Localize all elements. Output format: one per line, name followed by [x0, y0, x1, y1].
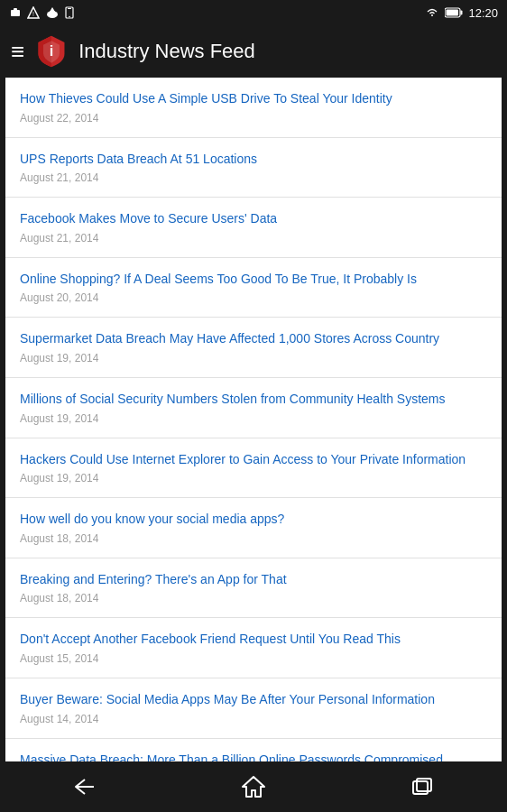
news-item[interactable]: Online Shopping? If A Deal Seems Too Goo… [5, 258, 502, 318]
news-item[interactable]: How well do you know your social media a… [5, 498, 502, 558]
news-item-date: August 15, 2014 [20, 652, 487, 665]
news-item[interactable]: Don't Accept Another Facebook Friend Req… [5, 618, 502, 678]
svg-point-4 [47, 11, 58, 18]
news-item-title: Online Shopping? If A Deal Seems Too Goo… [20, 271, 487, 289]
svg-point-8 [69, 16, 70, 18]
svg-rect-11 [447, 10, 459, 16]
menu-icon[interactable]: ≡ [11, 40, 24, 63]
news-item-title: Don't Accept Another Facebook Friend Req… [20, 631, 487, 649]
back-button[interactable] [58, 769, 112, 805]
news-item-date: August 22, 2014 [20, 112, 487, 125]
warning-icon: ! [27, 6, 40, 19]
news-item-date: August 19, 2014 [20, 352, 487, 364]
news-item-title: Supermarket Data Breach May Have Affecte… [20, 330, 487, 348]
status-bar: ! 12:20 [0, 0, 507, 25]
notification-icon [9, 6, 22, 19]
news-item-title: Facebook Makes Move to Secure Users' Dat… [20, 210, 487, 228]
news-item-title: How well do you know your social media a… [20, 511, 487, 529]
news-item-title: Breaking and Entering? There's an App fo… [20, 571, 487, 589]
status-icons-right: 12:20 [425, 6, 498, 20]
recents-button[interactable] [395, 769, 449, 805]
news-item[interactable]: Breaking and Entering? There's an App fo… [5, 558, 502, 619]
news-item-date: August 19, 2014 [20, 472, 487, 484]
nav-bar [0, 761, 507, 812]
news-item-date: August 18, 2014 [20, 532, 487, 545]
news-item-date: August 19, 2014 [20, 412, 487, 425]
cloud-upload-icon [45, 6, 60, 19]
svg-rect-0 [11, 10, 20, 16]
news-item-date: August 20, 2014 [20, 291, 487, 304]
news-feed[interactable]: How Thieves Could Use A Simple USB Drive… [5, 78, 502, 769]
news-item[interactable]: Supermarket Data Breach May Have Affecte… [5, 318, 502, 378]
wifi-icon [425, 6, 439, 19]
app-bar: ≡ i Industry News Feed [0, 25, 507, 78]
news-item[interactable]: Millions of Social Security Numbers Stol… [5, 378, 502, 438]
battery-icon [445, 7, 463, 18]
news-item[interactable]: Hackers Could Use Internet Explorer to G… [5, 438, 502, 499]
svg-marker-14 [243, 777, 264, 797]
svg-rect-10 [461, 11, 463, 15]
home-button[interactable] [226, 769, 281, 805]
svg-marker-5 [50, 7, 55, 12]
news-item-title: Buyer Beware: Social Media Apps May Be A… [20, 691, 487, 709]
news-item[interactable]: Facebook Makes Move to Secure Users' Dat… [5, 198, 502, 258]
news-item-title: UPS Reports Data Breach At 51 Locations [20, 151, 487, 169]
news-item[interactable]: How Thieves Could Use A Simple USB Drive… [5, 78, 502, 138]
news-item-date: August 21, 2014 [20, 232, 487, 245]
status-time: 12:20 [468, 6, 498, 20]
news-item[interactable]: UPS Reports Data Breach At 51 LocationsA… [5, 138, 502, 198]
svg-text:i: i [50, 42, 54, 59]
news-item-date: August 18, 2014 [20, 592, 487, 604]
news-item[interactable]: Buyer Beware: Social Media Apps May Be A… [5, 678, 502, 739]
svg-rect-1 [14, 8, 17, 11]
svg-text:!: ! [32, 11, 34, 17]
news-item-title: How Thieves Could Use A Simple USB Drive… [20, 90, 487, 108]
svg-rect-7 [68, 8, 71, 9]
app-logo: i [35, 34, 68, 69]
news-item-date: August 21, 2014 [20, 171, 487, 184]
news-item-title: Hackers Could Use Internet Explorer to G… [20, 451, 487, 469]
news-item-title: Millions of Social Security Numbers Stol… [20, 391, 487, 409]
phone-icon [65, 6, 74, 19]
app-title: Industry News Feed [78, 40, 255, 63]
news-item-date: August 14, 2014 [20, 713, 487, 725]
status-icons-left: ! [9, 6, 74, 19]
